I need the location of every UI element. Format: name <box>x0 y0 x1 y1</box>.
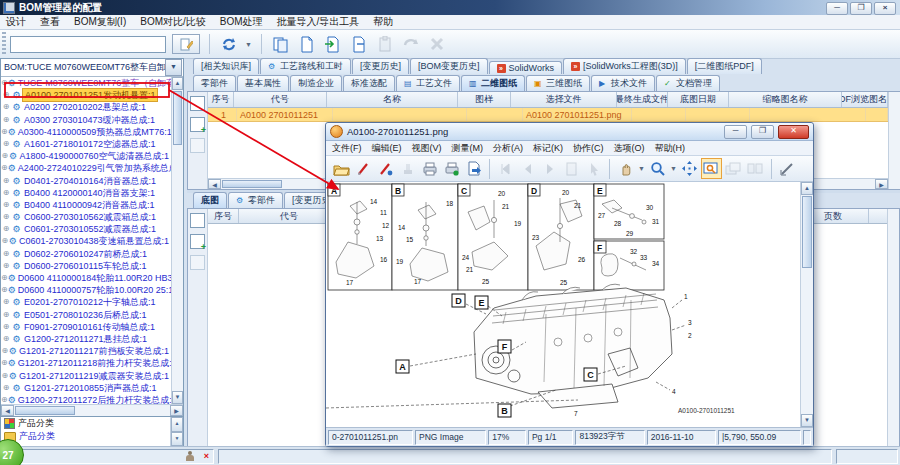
tree-item[interactable]: C0600-2703010562减震箱总成:1 <box>1 211 171 223</box>
tree-expander-icon[interactable] <box>1 333 11 345</box>
tree-item[interactable]: E0201-2707010212十字轴总成:1 <box>1 296 171 308</box>
column-header[interactable]: 代号 <box>234 92 327 107</box>
titlebar[interactable]: BOM管理器的配置 ─ ❐ × <box>0 0 900 15</box>
sub-tab[interactable]: 文档管理 <box>656 75 720 91</box>
column-header[interactable]: 缩略图名称 <box>729 92 842 107</box>
viewer-menu-item[interactable]: 编辑(E) <box>372 142 402 155</box>
tree-expander-icon[interactable] <box>1 114 11 126</box>
tree-item[interactable]: C0601-2703010438变速箱悬置总成:1 <box>1 235 171 247</box>
tree-item[interactable]: A2400-2724010229引气管加热系统总成:1 <box>1 162 171 174</box>
tree-item[interactable]: D0600 4110000184轮胎11.00R20 HB3:1 <box>1 272 171 284</box>
viewer-menu-item[interactable]: 选项(O) <box>614 142 645 155</box>
refresh-dropdown-icon[interactable]: ▼ <box>245 41 252 48</box>
lower-tab[interactable]: 底图 <box>193 192 227 208</box>
lower-tab[interactable]: 零部件 <box>228 192 283 208</box>
lower-vscrollbar[interactable] <box>887 209 899 446</box>
column-header[interactable]: 序号 <box>208 209 239 223</box>
tree-item[interactable]: G1201-2712011217前挡板安装总成:1 <box>1 345 171 357</box>
scroll-thumb[interactable] <box>173 91 182 145</box>
sub-tab[interactable]: 三维图纸 <box>526 75 590 91</box>
tree-expander-icon[interactable] <box>1 77 8 89</box>
zoom-dropdown-icon[interactable]: ▼ <box>670 165 677 172</box>
scroll-thumb[interactable] <box>802 196 812 268</box>
tree-item[interactable]: G1200-2712011272后推力杆安装总成:1 <box>1 394 171 404</box>
markup-pen2-icon[interactable] <box>376 159 395 178</box>
scroll-right-icon[interactable]: ▶ <box>170 405 183 416</box>
tree-expander-icon[interactable] <box>1 126 8 138</box>
top-tab[interactable]: [SolidWorks工程图(3D)] <box>563 58 686 74</box>
tree-item[interactable]: D0401-2704010164消音器总成:1 <box>1 175 171 187</box>
open-folder-icon[interactable] <box>332 159 351 178</box>
column-header[interactable]: 名称 <box>327 92 458 107</box>
add-row-icon[interactable] <box>190 96 205 111</box>
tree-expander-icon[interactable] <box>1 150 9 162</box>
tree-expander-icon[interactable] <box>1 394 8 404</box>
tree-expander-icon[interactable] <box>1 370 9 382</box>
scroll-right-icon[interactable]: ▶ <box>875 179 888 189</box>
viewer-menu-item[interactable]: 文件(F) <box>332 142 362 155</box>
menu-item[interactable]: 查看 <box>40 15 60 29</box>
top-tab[interactable]: SolidWorks <box>489 61 562 74</box>
tree-hscrollbar[interactable]: ◀ ▶ <box>1 404 183 416</box>
tree-item[interactable]: G1201-2712011219减震器安装总成:1 <box>1 370 171 382</box>
sub-tab[interactable]: 工艺文件 <box>396 75 460 91</box>
menu-item[interactable]: BOM处理 <box>220 15 263 29</box>
viewer-vscrollbar[interactable]: ▲ ▼ <box>800 182 813 427</box>
sub-tab[interactable]: 零部件 <box>193 75 236 91</box>
tree-expander-icon[interactable] <box>1 345 9 357</box>
print-icon[interactable] <box>420 159 439 178</box>
viewer-menu-item[interactable]: 帮助(H) <box>655 142 686 155</box>
scroll-down-icon[interactable]: ▼ <box>172 391 183 404</box>
close-button[interactable]: × <box>874 2 896 15</box>
menu-item[interactable]: BOM复制(I) <box>74 15 126 29</box>
tree-expander-icon[interactable] <box>1 138 11 150</box>
tree-item[interactable]: F0901-2709010161传动轴总成:1 <box>1 321 171 333</box>
tree-item[interactable]: G1201-2712011218前推力杆安装总成:1 <box>1 357 171 369</box>
tree-expander-icon[interactable] <box>1 199 11 211</box>
scroll-up-icon[interactable]: ▲ <box>801 182 813 195</box>
menu-item[interactable]: 批量导入/导出工具 <box>277 15 360 29</box>
bom-combo[interactable]: BOM:TUCE M0760WEE0MT76整车自卸车系 ▼ <box>1 59 183 77</box>
tree-expander-icon[interactable] <box>1 260 11 272</box>
markup-pen-icon[interactable] <box>354 159 373 178</box>
pan-dropdown-icon[interactable]: ▼ <box>638 165 645 172</box>
viewer-menu-item[interactable]: 测量(M) <box>452 142 484 155</box>
scroll-down-icon[interactable]: ▼ <box>801 414 813 427</box>
tree-item[interactable]: A0300-4110000509预热器总成MT76:1 <box>1 126 171 138</box>
menu-item[interactable]: 设计 <box>6 15 26 29</box>
tree-expander-icon[interactable] <box>1 321 11 333</box>
search-input[interactable] <box>10 36 166 53</box>
sub-tab[interactable]: 制造企业 <box>290 75 342 91</box>
column-header[interactable]: 图样 <box>458 92 511 107</box>
tree-expander-icon[interactable] <box>1 223 11 235</box>
tree-expander-icon[interactable] <box>1 162 8 174</box>
tree-item[interactable]: A0300 2703010473缓冲器总成:1 <box>1 114 171 126</box>
attach-file-icon[interactable] <box>190 117 205 132</box>
tree-expander-icon[interactable] <box>1 175 11 187</box>
scroll-thumb[interactable] <box>15 406 75 415</box>
pan-hand-icon[interactable] <box>616 159 635 178</box>
column-header[interactable]: 底图日期 <box>668 92 729 107</box>
tree-expander-icon[interactable] <box>1 272 8 284</box>
tree-expander-icon[interactable] <box>1 235 9 247</box>
viewer-titlebar[interactable]: A0100-2701011251.png ─ ❐ ✕ <box>326 123 813 141</box>
top-tab[interactable]: [变更历史] <box>352 58 409 74</box>
refresh-bom-icon[interactable] <box>219 34 239 54</box>
sub-tab[interactable]: 基本属性 <box>237 75 289 91</box>
category-group[interactable]: 产品分类 <box>1 417 170 430</box>
table-row[interactable]: 1 A0100 2701011251 A0100 2701011251.png <box>208 108 888 122</box>
tree-item[interactable]: D0602-2706010247前桥总成:1 <box>1 248 171 260</box>
image-viewer-window[interactable]: A0100-2701011251.png ─ ❐ ✕ 文件(F)编辑(E)视图(… <box>325 122 814 447</box>
top-tab[interactable]: [二维图纸PDF] <box>687 58 762 74</box>
viewer-maximize-button[interactable]: ❐ <box>751 125 774 139</box>
scroll-left-icon[interactable]: ◀ <box>1 405 14 416</box>
attach-file-icon[interactable] <box>190 234 205 249</box>
tree-expander-icon[interactable] <box>1 248 11 260</box>
add-row-icon[interactable] <box>190 213 205 228</box>
tree-expander-icon[interactable] <box>1 382 11 394</box>
viewer-menu-item[interactable]: 协作(C) <box>573 142 604 155</box>
scroll-thumb[interactable] <box>222 180 282 188</box>
category-spinner[interactable]: ▲ ▼ <box>170 417 183 446</box>
tree-expander-icon[interactable] <box>1 309 11 321</box>
sub-tab[interactable]: 标准选配 <box>343 75 395 91</box>
